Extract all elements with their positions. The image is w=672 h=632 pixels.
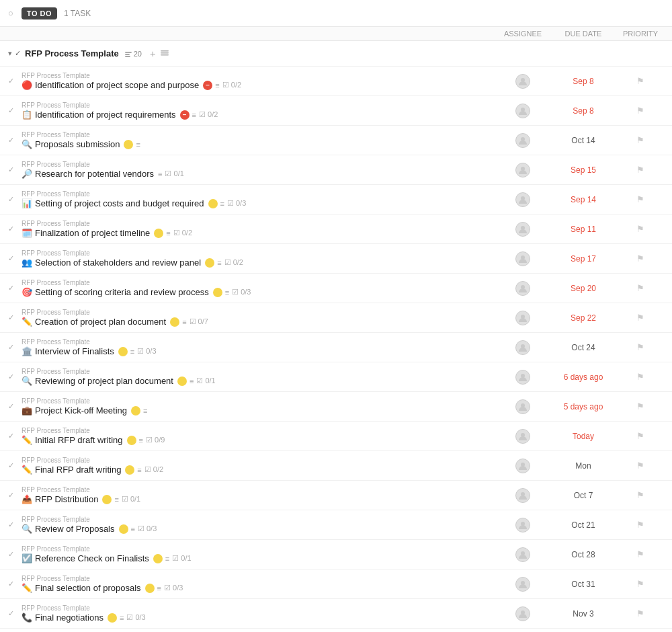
task-priority[interactable]: ⚑ — [617, 490, 664, 500]
task-assignee[interactable] — [496, 518, 550, 532]
task-row[interactable]: ✓ RFP Process Template ☑️ Reference Chec… — [0, 540, 672, 569]
task-assignee[interactable] — [496, 163, 550, 177]
task-checkbox[interactable]: ✓ — [8, 136, 17, 145]
task-row[interactable]: ✓ RFP Process Template ✏️ Creation of pr… — [0, 303, 672, 333]
task-checkbox[interactable]: ✓ — [8, 225, 17, 233]
task-row[interactable]: ✓ RFP Process Template ✏️ Final RFP draf… — [0, 451, 672, 481]
task-row[interactable]: ✓ RFP Process Template 💼 Project Kick-of… — [0, 392, 672, 422]
task-priority[interactable]: ⚑ — [617, 135, 664, 145]
task-assignee[interactable] — [496, 370, 550, 385]
task-row[interactable]: ✓ RFP Process Template 📄 Contract signin… — [0, 629, 672, 632]
task-row[interactable]: ✓ RFP Process Template 📋 Identification … — [0, 96, 672, 126]
task-row[interactable]: ✓ RFP Process Template 📤 RFP Distributio… — [0, 481, 672, 510]
task-row[interactable]: ✓ RFP Process Template 📊 Setting of proj… — [0, 185, 672, 214]
task-assignee[interactable] — [496, 488, 550, 503]
task-content: RFP Process Template 🗓️ Finalization of … — [22, 220, 496, 238]
task-checkbox[interactable]: ✓ — [8, 343, 17, 352]
task-row[interactable]: ✓ RFP Process Template ✏️ Final selectio… — [0, 569, 672, 599]
status-yellow — [125, 465, 134, 475]
menu-icon: ≡ — [225, 288, 229, 297]
list-options-icon[interactable] — [160, 48, 169, 59]
task-checkbox[interactable]: ✓ — [8, 195, 17, 204]
add-task-button[interactable]: + — [150, 48, 156, 59]
task-priority[interactable]: ⚑ — [617, 608, 664, 619]
task-title: Interview of Finalists — [35, 346, 114, 356]
task-row[interactable]: ✓ RFP Process Template 🔍 Proposals submi… — [0, 126, 672, 155]
task-checkbox[interactable]: ✓ — [8, 313, 17, 322]
task-priority[interactable]: ⚑ — [617, 283, 664, 293]
task-priority[interactable]: ⚑ — [617, 253, 664, 264]
task-assignee[interactable] — [496, 429, 550, 444]
task-priority[interactable]: ⚑ — [617, 313, 664, 323]
task-assignee[interactable] — [496, 606, 550, 621]
task-priority[interactable]: ⚑ — [617, 224, 664, 234]
task-assignee[interactable] — [496, 459, 550, 473]
task-assignee[interactable] — [496, 133, 550, 148]
task-checkbox[interactable]: ✓ — [8, 550, 17, 559]
menu-icon: ≡ — [137, 466, 141, 474]
task-checkbox[interactable]: ✓ — [8, 77, 17, 85]
task-row[interactable]: ✓ RFP Process Template ✏️ Initial RFP dr… — [0, 422, 672, 451]
task-priority[interactable]: ⚑ — [617, 431, 664, 441]
checklist-icon: ☑ 0/9 — [146, 436, 165, 444]
task-assignee[interactable] — [496, 281, 550, 296]
task-assignee[interactable] — [496, 311, 550, 325]
task-checkbox[interactable]: ✓ — [8, 254, 17, 263]
task-row[interactable]: ✓ RFP Process Template 👥 Selection of st… — [0, 244, 672, 274]
checklist-icon: ☑ 0/1 — [165, 169, 183, 178]
task-priority[interactable]: ⚑ — [617, 106, 664, 116]
avatar — [515, 399, 530, 414]
task-checkbox[interactable]: ✓ — [8, 580, 17, 588]
task-checkbox[interactable]: ✓ — [8, 491, 17, 500]
task-assignee[interactable] — [496, 74, 550, 89]
task-content: RFP Process Template 📋 Identification of… — [22, 102, 496, 120]
task-priority[interactable]: ⚑ — [617, 461, 664, 471]
task-checkbox[interactable]: ✓ — [8, 432, 17, 440]
task-row[interactable]: ✓ RFP Process Template 🔍 Review of Propo… — [0, 510, 672, 540]
task-checkbox[interactable]: ✓ — [8, 402, 17, 411]
task-priority[interactable]: ⚑ — [617, 579, 664, 589]
task-assignee[interactable] — [496, 547, 550, 562]
task-content: RFP Process Template ☑️ Reference Check … — [22, 545, 496, 563]
task-row[interactable]: ✓ RFP Process Template 🗓️ Finalization o… — [0, 214, 672, 244]
task-assignee[interactable] — [496, 192, 550, 207]
avatar — [515, 104, 530, 118]
task-checkbox[interactable]: ✓ — [8, 106, 17, 115]
task-row[interactable]: ✓ RFP Process Template 🏛️ Interview of F… — [0, 333, 672, 362]
task-assignee[interactable] — [496, 251, 550, 266]
task-assignee[interactable] — [496, 577, 550, 592]
task-checkbox[interactable]: ✓ — [8, 520, 17, 529]
task-checkbox[interactable]: ✓ — [8, 609, 17, 618]
task-priority[interactable]: ⚑ — [617, 401, 664, 411]
task-template-label: RFP Process Template — [22, 457, 496, 464]
task-priority[interactable]: ⚑ — [617, 342, 664, 352]
flag-icon: ⚑ — [636, 313, 644, 323]
task-row[interactable]: ✓ RFP Process Template 🔎 Research for po… — [0, 155, 672, 185]
task-assignee[interactable] — [496, 104, 550, 118]
task-checkbox[interactable]: ✓ — [8, 372, 17, 381]
task-row[interactable]: ✓ RFP Process Template 📞 Final negotiati… — [0, 599, 672, 629]
task-priority[interactable]: ⚑ — [617, 372, 664, 382]
task-row[interactable]: ✓ RFP Process Template 🔴 Identification … — [0, 67, 672, 96]
assignee-column-header: ASSIGNEE — [496, 30, 550, 38]
task-priority[interactable]: ⚑ — [617, 194, 664, 204]
group-row[interactable]: ▾ ✓ RFP Process Template 20 + — [0, 41, 672, 67]
task-title: Setting of project costs and budget requ… — [35, 198, 204, 208]
task-emoji: ☑️ — [22, 553, 32, 563]
group-name: RFP Process Template — [25, 48, 119, 58]
task-assignee[interactable] — [496, 222, 550, 237]
task-priority[interactable]: ⚑ — [617, 520, 664, 530]
task-assignee[interactable] — [496, 340, 550, 355]
task-checkbox[interactable]: ✓ — [8, 284, 17, 292]
task-priority[interactable]: ⚑ — [617, 76, 664, 86]
task-checkbox[interactable]: ✓ — [8, 461, 17, 470]
task-priority[interactable]: ⚑ — [617, 165, 664, 175]
flag-icon: ⚑ — [636, 579, 644, 589]
task-priority[interactable]: ⚑ — [617, 549, 664, 559]
task-row[interactable]: ✓ RFP Process Template 🎯 Setting of scor… — [0, 274, 672, 303]
menu-icon: ≡ — [130, 348, 134, 356]
status-yellow — [205, 258, 214, 268]
task-checkbox[interactable]: ✓ — [8, 165, 17, 174]
task-row[interactable]: ✓ RFP Process Template 🔍 Reviewing of pr… — [0, 362, 672, 392]
task-assignee[interactable] — [496, 399, 550, 414]
